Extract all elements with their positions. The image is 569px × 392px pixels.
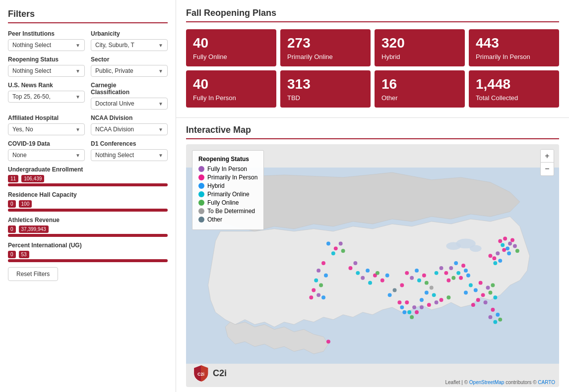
- svg-point-42: [446, 279, 450, 282]
- legend-label-primarily-in-person: Primarily In Person: [207, 174, 257, 181]
- svg-point-50: [427, 303, 431, 307]
- covid19-caret: ▼: [75, 153, 80, 158]
- svg-point-82: [410, 315, 414, 319]
- legend-dot-tbd: [198, 208, 204, 214]
- sector-select[interactable]: Public, Private ▼: [91, 65, 168, 77]
- slider-athletics-revenue: Athletics Revenue 0 37,399,943: [8, 217, 168, 237]
- slider-athletics-fill: [8, 234, 168, 237]
- slider-residence-label: Residence Hall Capacity: [8, 191, 168, 198]
- zoom-in-button[interactable]: +: [541, 150, 554, 163]
- map-zoom-controls: + −: [540, 149, 554, 176]
- stat-tbd-number: 313: [287, 77, 364, 91]
- svg-text:C2i: C2i: [197, 372, 204, 377]
- svg-point-8: [501, 243, 505, 247]
- slider-residence-min: 0: [8, 200, 16, 208]
- svg-point-72: [326, 242, 330, 246]
- slider-international-track[interactable]: [8, 259, 168, 262]
- ncaa-division-select[interactable]: NCAA Division ▼: [91, 123, 168, 135]
- attribution-osm-link[interactable]: OpenStreetMap: [469, 380, 505, 385]
- slider-undergrad-min: 11: [8, 175, 18, 182]
- svg-point-64: [316, 269, 320, 273]
- map-legend: Reopening Status Fully In Person Primari…: [192, 150, 264, 230]
- map-container[interactable]: Reopening Status Fully In Person Primari…: [186, 144, 559, 387]
- c2i-text: C2i: [213, 368, 227, 379]
- affiliated-hospital-select[interactable]: Yes, No ▼: [8, 123, 85, 135]
- stat-fully-online-number: 40: [193, 36, 269, 50]
- filter-affiliated-hospital-label: Affiliated Hospital: [8, 114, 85, 121]
- legend-dot-fully-in-person: [198, 166, 204, 172]
- svg-point-74: [339, 242, 343, 246]
- svg-point-46: [417, 279, 421, 282]
- legend-dot-fully-online: [198, 200, 204, 206]
- svg-point-27: [464, 290, 468, 294]
- slider-athletics-track[interactable]: [8, 234, 168, 237]
- svg-point-87: [496, 313, 500, 317]
- us-news-rank-select[interactable]: Top 25, 26-50, ▼: [8, 91, 85, 103]
- legend-other: Other: [198, 216, 257, 223]
- svg-point-73: [334, 246, 338, 250]
- d1-conferences-select[interactable]: Nothing Select ▼: [91, 149, 168, 161]
- legend-fully-online: Fully Online: [198, 199, 257, 206]
- svg-point-16: [498, 259, 502, 263]
- svg-point-26: [484, 300, 488, 304]
- ncaa-division-caret: ▼: [158, 127, 163, 132]
- svg-point-18: [493, 261, 497, 265]
- filter-ncaa-division: NCAA Division NCAA Division ▼: [91, 114, 168, 135]
- slider-undergrad-enrollment: Undergraduate Enrollment 11 106,439: [8, 166, 168, 186]
- zoom-out-button[interactable]: −: [541, 163, 554, 175]
- legend-dot-hybrid: [198, 183, 204, 189]
- svg-point-86: [491, 308, 495, 312]
- svg-point-88: [489, 315, 493, 319]
- slider-athletics-label: Athletics Revenue: [8, 217, 168, 224]
- stat-tbd-label: TBD: [287, 94, 364, 102]
- stat-hybrid-label: Hybrid: [381, 53, 458, 60]
- urbanicity-select[interactable]: City, Suburb, T ▼: [91, 39, 168, 51]
- filter-d1-conferences: D1 Conferences Nothing Select ▼: [91, 140, 168, 161]
- svg-point-55: [425, 290, 429, 294]
- reopening-status-caret: ▼: [75, 68, 80, 74]
- svg-point-98: [356, 271, 360, 275]
- svg-point-67: [319, 283, 323, 287]
- svg-point-20: [486, 286, 490, 290]
- stat-hybrid: 320 Hybrid: [375, 29, 465, 66]
- svg-point-34: [456, 271, 460, 275]
- svg-point-40: [466, 274, 470, 278]
- sector-caret: ▼: [158, 68, 163, 74]
- svg-point-80: [407, 310, 411, 314]
- reset-filters-button[interactable]: Reset Filters: [8, 267, 58, 281]
- slider-residence-track[interactable]: [8, 209, 168, 212]
- svg-point-94: [400, 283, 404, 287]
- sidebar-title: Filters: [8, 9, 168, 23]
- svg-point-71: [309, 295, 313, 299]
- map-attribution: Leaflet | © OpenStreetMap contributors ©…: [445, 380, 555, 385]
- svg-point-4: [503, 237, 507, 241]
- carnegie-select[interactable]: Doctoral Unive ▼: [91, 98, 168, 110]
- slider-undergrad-track[interactable]: [8, 183, 168, 186]
- stat-total-label: Total Collected: [476, 94, 552, 102]
- filter-covid19-label: COVID-19 Data: [8, 140, 85, 147]
- covid19-select[interactable]: None ▼: [8, 149, 85, 161]
- reopening-plans-section: Fall Reopening Plans 40 Fully Online 273…: [176, 0, 569, 118]
- peer-institutions-select[interactable]: Nothing Select ▼: [8, 39, 85, 51]
- filter-d1-conferences-label: D1 Conferences: [91, 140, 168, 147]
- filter-us-news-rank: U.S. News Rank Top 25, 26-50, ▼: [8, 82, 85, 110]
- legend-primarily-in-person: Primarily In Person: [198, 174, 257, 181]
- svg-point-31: [454, 261, 458, 265]
- filter-grid: Peer Institutions Nothing Select ▼ Urban…: [8, 30, 168, 161]
- svg-point-39: [459, 276, 463, 280]
- slider-residence-hall: Residence Hall Capacity 0 100: [8, 191, 168, 212]
- svg-point-13: [502, 248, 506, 252]
- legend-label-primarily-online: Primarily Online: [207, 191, 250, 198]
- attribution-carto-link[interactable]: CARTO: [538, 380, 555, 385]
- svg-point-79: [400, 305, 404, 309]
- slider-athletics-min: 0: [8, 225, 16, 233]
- svg-point-97: [349, 266, 353, 270]
- slider-athletics-max: 37,399,943: [19, 225, 49, 233]
- svg-point-78: [412, 305, 416, 309]
- stat-primarily-in-person-number: 443: [476, 36, 552, 50]
- svg-point-24: [469, 283, 473, 287]
- svg-point-83: [402, 310, 406, 314]
- svg-point-45: [410, 276, 414, 280]
- legend-tbd: To Be Determined: [198, 208, 257, 215]
- reopening-status-select[interactable]: Nothing Select ▼: [8, 65, 85, 77]
